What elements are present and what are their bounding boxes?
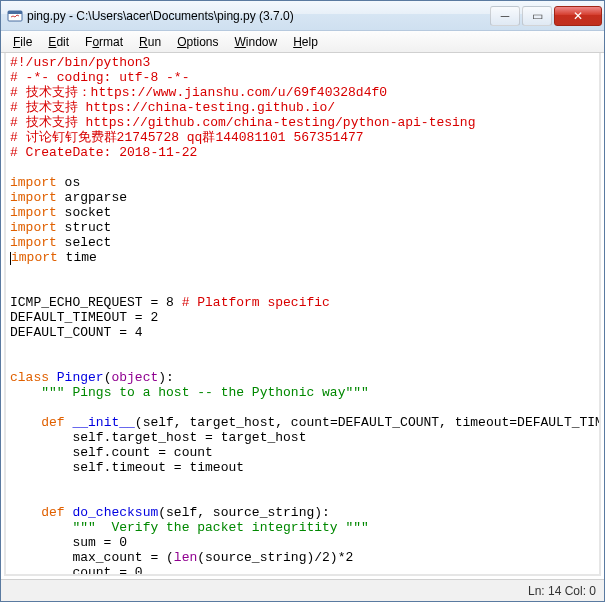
menu-run[interactable]: Run <box>131 33 169 51</box>
titlebar[interactable]: ping.py - C:\Users\acer\Documents\ping.p… <box>1 1 604 31</box>
minimize-button[interactable]: ─ <box>490 6 520 26</box>
window-title: ping.py - C:\Users\acer\Documents\ping.p… <box>27 9 490 23</box>
menubar: File Edit Format Run Options Window Help <box>1 31 604 53</box>
window-buttons: ─ ▭ ✕ <box>490 6 602 26</box>
maximize-button[interactable]: ▭ <box>522 6 552 26</box>
app-icon <box>7 8 23 24</box>
statusbar: Ln: 14 Col: 0 <box>1 579 604 601</box>
cursor-position: Ln: 14 Col: 0 <box>528 584 596 598</box>
menu-help[interactable]: Help <box>285 33 326 51</box>
menu-file[interactable]: File <box>5 33 40 51</box>
menu-window[interactable]: Window <box>227 33 286 51</box>
code-editor[interactable]: #!/usr/bin/python3 # -*- coding: utf-8 -… <box>6 53 599 574</box>
menu-format[interactable]: Format <box>77 33 131 51</box>
close-button[interactable]: ✕ <box>554 6 602 26</box>
menu-options[interactable]: Options <box>169 33 226 51</box>
editor-wrap: #!/usr/bin/python3 # -*- coding: utf-8 -… <box>4 53 601 576</box>
svg-rect-1 <box>8 11 22 14</box>
menu-edit[interactable]: Edit <box>40 33 77 51</box>
